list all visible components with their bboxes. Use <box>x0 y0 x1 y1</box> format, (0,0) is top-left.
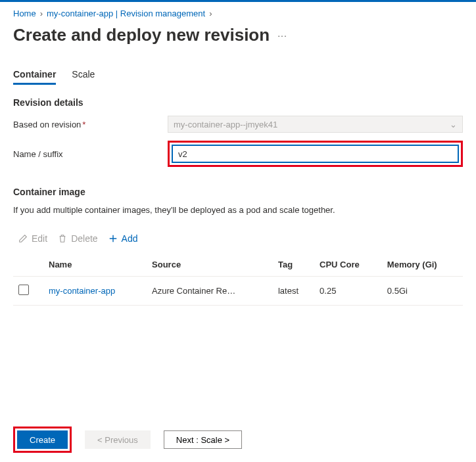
name-suffix-input[interactable] <box>172 145 459 163</box>
more-icon[interactable]: ··· <box>277 30 287 41</box>
tabs: Container Scale <box>13 65 463 85</box>
row-name-link[interactable]: my-container-app <box>43 277 147 306</box>
row-checkbox[interactable] <box>18 285 29 295</box>
chevron-right-icon: › <box>40 9 43 18</box>
breadcrumb: Home › my-container-app | Revision manag… <box>13 9 463 18</box>
based-on-revision-value: my-container-app--jmyek41 <box>174 120 277 129</box>
tab-container[interactable]: Container <box>13 65 56 85</box>
name-suffix-label: Name / suffix <box>13 149 168 159</box>
name-suffix-highlight <box>168 141 463 167</box>
delete-button: Delete <box>58 233 97 244</box>
container-table: Name Source Tag CPU Core Memory (Gi) my-… <box>13 253 463 306</box>
row-tag: latest <box>273 277 314 306</box>
chevron-down-icon: ⌄ <box>450 120 457 129</box>
revision-details-heading: Revision details <box>13 97 463 108</box>
col-source: Source <box>147 253 273 277</box>
table-row: my-container-app Azure Container Re… lat… <box>13 277 463 306</box>
container-toolbar: Edit Delete Add <box>13 231 463 246</box>
create-highlight: Create <box>13 427 72 453</box>
row-cpu: 0.25 <box>314 277 382 306</box>
col-tag: Tag <box>273 253 314 277</box>
based-on-revision-label: Based on revision* <box>13 120 168 129</box>
col-memory: Memory (Gi) <box>382 253 463 277</box>
edit-button: Edit <box>18 233 47 244</box>
delete-icon <box>58 234 67 243</box>
col-name: Name <box>43 253 147 277</box>
col-cpu: CPU Core <box>314 253 382 277</box>
container-image-heading: Container image <box>13 187 463 197</box>
edit-icon <box>18 234 28 243</box>
plus-icon <box>108 234 118 243</box>
footer: Create < Previous Next : Scale > <box>0 427 476 453</box>
chevron-right-icon: › <box>209 9 212 18</box>
container-image-description: If you add multiple container images, th… <box>13 205 463 215</box>
tab-scale[interactable]: Scale <box>72 65 95 85</box>
next-button[interactable]: Next : Scale > <box>164 430 242 449</box>
add-button[interactable]: Add <box>108 233 138 244</box>
create-button[interactable]: Create <box>17 430 68 449</box>
breadcrumb-home[interactable]: Home <box>13 9 36 18</box>
row-memory: 0.5Gi <box>382 277 463 306</box>
based-on-revision-select[interactable]: my-container-app--jmyek41 ⌄ <box>168 116 463 133</box>
breadcrumb-app[interactable]: my-container-app | Revision management <box>47 9 205 18</box>
previous-button: < Previous <box>85 430 151 449</box>
row-source: Azure Container Re… <box>147 277 273 306</box>
page-title: Create and deploy new revision <box>13 25 270 45</box>
